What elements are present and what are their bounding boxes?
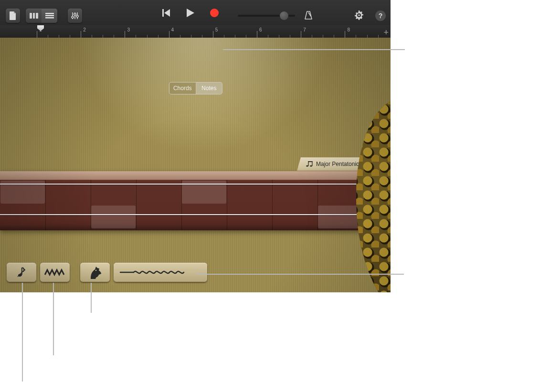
chords-notes-switch[interactable]: Chords Notes: [169, 82, 222, 94]
metronome-button[interactable]: [304, 10, 314, 21]
svg-rect-1: [33, 13, 35, 19]
help-icon: ?: [379, 12, 383, 20]
ruler-bar-number: 8: [347, 27, 350, 32]
articulation-controls: [7, 263, 207, 282]
go-to-beginning-button[interactable]: [161, 8, 172, 18]
horse-head-icon: [88, 266, 102, 279]
svg-point-7: [72, 16, 74, 18]
horse-button[interactable]: [80, 263, 110, 282]
svg-rect-18: [312, 161, 312, 166]
svg-rect-4: [45, 15, 54, 17]
list-view-icon: [45, 13, 54, 19]
scale-label: Major Pentatonic: [316, 161, 359, 167]
callout-line: [22, 283, 23, 382]
toolbar: ?: [0, 0, 391, 25]
gear-icon: [354, 10, 365, 20]
svg-rect-19: [308, 161, 312, 162]
grace-note-icon: [15, 266, 28, 279]
callout-line: [53, 283, 54, 355]
string-upper[interactable]: [0, 184, 391, 185]
string-lower[interactable]: [0, 214, 391, 215]
tremolo-button[interactable]: [40, 263, 70, 282]
notes-tab[interactable]: Notes: [196, 83, 222, 94]
callout-line: [197, 274, 404, 275]
volume-knob[interactable]: [280, 11, 288, 20]
svg-point-16: [310, 165, 312, 166]
note-pad[interactable]: [318, 206, 362, 228]
instrument-neck[interactable]: [0, 171, 363, 230]
svg-point-9: [74, 13, 76, 15]
tremolo-icon: [44, 268, 65, 277]
svg-rect-0: [30, 13, 32, 19]
svg-rect-12: [162, 9, 164, 17]
fretboard[interactable]: [0, 180, 363, 230]
app-frame: ? 12345678 + Chords Notes Major Pentaton…: [0, 0, 391, 292]
tracks-view-icon: [30, 13, 38, 19]
settings-button[interactable]: [354, 10, 365, 21]
record-button[interactable]: [209, 8, 220, 18]
play-icon: [187, 9, 194, 17]
callout-line: [223, 49, 405, 50]
play-button[interactable]: [185, 8, 196, 18]
view-switch[interactable]: [26, 9, 57, 23]
svg-rect-2: [36, 13, 38, 19]
svg-point-13: [210, 9, 219, 17]
ruler-bar-number: 2: [83, 27, 86, 32]
instrument-surface: Chords Notes Major Pentatonic: [0, 38, 391, 292]
ruler-bar-number: 5: [215, 27, 218, 32]
callout-line: [91, 283, 92, 313]
instrument-body: [356, 100, 391, 292]
metronome-icon: [304, 10, 314, 20]
tracks-view-button[interactable]: [26, 9, 42, 23]
svg-point-20: [18, 273, 22, 277]
svg-point-24: [95, 270, 96, 271]
svg-rect-5: [45, 17, 54, 19]
list-view-button[interactable]: [42, 9, 57, 23]
svg-rect-21: [21, 268, 22, 275]
add-track-button[interactable]: +: [383, 28, 389, 38]
document-icon: [9, 11, 17, 20]
help-button[interactable]: ?: [375, 10, 386, 21]
skip-back-icon: [162, 9, 171, 17]
chords-tab[interactable]: Chords: [169, 83, 196, 94]
ruler-bar-number: 6: [259, 27, 262, 32]
trill-icon: [119, 268, 191, 277]
ruler-bar-number: 7: [303, 27, 306, 32]
note-pad[interactable]: [91, 206, 136, 228]
playhead[interactable]: [37, 25, 44, 31]
note-pad[interactable]: [182, 181, 226, 204]
note-pad[interactable]: [0, 181, 45, 204]
record-icon: [210, 8, 219, 18]
my-songs-button[interactable]: [6, 9, 20, 23]
timeline-ruler[interactable]: 12345678: [0, 25, 391, 38]
eighth-notes-icon: [306, 161, 313, 167]
svg-rect-3: [45, 13, 54, 14]
svg-point-15: [306, 165, 308, 166]
ruler-bar-number: 3: [127, 27, 130, 32]
svg-point-11: [76, 15, 78, 17]
svg-rect-17: [308, 161, 308, 166]
svg-point-22: [23, 269, 25, 271]
scale-selector[interactable]: Major Pentatonic: [297, 157, 366, 171]
track-controls-button[interactable]: [68, 9, 82, 23]
mixer-icon: [71, 12, 79, 20]
ruler-bar-number: 4: [171, 27, 174, 32]
master-volume-slider[interactable]: [238, 11, 295, 20]
transport: [161, 8, 220, 18]
grace-note-button[interactable]: [7, 263, 36, 282]
svg-line-23: [18, 271, 23, 277]
trill-button[interactable]: [114, 263, 207, 282]
